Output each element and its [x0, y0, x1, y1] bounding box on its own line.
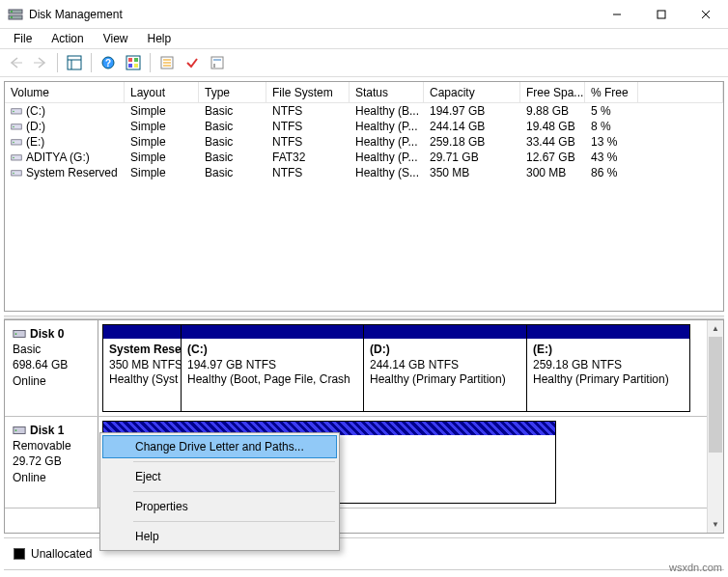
toolbar-separator [57, 53, 58, 72]
volume-row[interactable]: System ReservedSimpleBasicNTFSHealthy (S… [5, 165, 723, 180]
col-capacity[interactable]: Capacity [424, 82, 520, 102]
cell-free: 19.48 GB [520, 120, 585, 133]
back-button[interactable] [4, 51, 27, 74]
scroll-down-icon[interactable]: ▼ [708, 516, 723, 533]
partition-stripe [182, 325, 363, 339]
close-button[interactable] [684, 0, 728, 29]
watermark: wsxdn.com [669, 562, 722, 573]
cell-status: Healthy (P... [350, 135, 424, 149]
partition-body: (E:) 259.18 GB NTFS Healthy (Primary Par… [527, 339, 689, 392]
cell-free: 33.44 GB [520, 135, 585, 149]
partition[interactable]: System Rese 350 MB NTFS Healthy (Syst [102, 324, 182, 412]
col-freespace[interactable]: Free Spa... [520, 82, 585, 102]
partition-stripe [364, 325, 526, 339]
disk-label[interactable]: Disk 1 Removable 29.72 GB Online [5, 417, 98, 508]
cell-free: 12.67 GB [520, 151, 585, 164]
col-tail[interactable] [638, 82, 723, 102]
view-top-button[interactable] [63, 51, 86, 74]
svg-rect-19 [211, 57, 223, 69]
window-title: Disk Management [29, 8, 595, 21]
cell-filesystem: NTFS [266, 104, 350, 118]
col-type[interactable]: Type [199, 82, 266, 102]
partition-health: Healthy (Syst [109, 372, 175, 388]
cell-layout: Simple [125, 166, 199, 179]
app-icon [8, 7, 23, 22]
cell-type: Basic [199, 104, 266, 118]
cell-status: Healthy (P... [350, 151, 424, 164]
partition-size: 194.97 GB NTFS [187, 358, 357, 373]
cell-free: 9.88 GB [520, 104, 585, 118]
help-button[interactable]: ? [97, 51, 120, 74]
partition-health: Healthy (Primary Partition) [533, 372, 684, 388]
volume-name: (C:) [26, 104, 45, 118]
volume-list-pane: Volume Layout Type File System Status Ca… [4, 81, 724, 312]
cell-type: Basic [199, 151, 266, 164]
col-pctfree[interactable]: % Free [585, 82, 638, 102]
cell-capacity: 29.71 GB [424, 151, 520, 164]
svg-rect-5 [658, 11, 665, 18]
col-layout[interactable]: Layout [125, 82, 199, 102]
volume-row[interactable]: (E:)SimpleBasicNTFSHealthy (P...259.18 G… [5, 134, 723, 150]
svg-point-3 [11, 16, 13, 18]
volume-header-row: Volume Layout Type File System Status Ca… [5, 82, 723, 103]
svg-point-32 [13, 173, 14, 175]
volume-row[interactable]: (C:)SimpleBasicNTFSHealthy (B...194.97 G… [5, 103, 723, 119]
scroll-up-icon[interactable]: ▲ [708, 320, 723, 337]
cell-status: Healthy (P... [350, 120, 424, 133]
ctx-change-drive-letter[interactable]: Change Drive Letter and Paths... [102, 435, 337, 458]
partition[interactable]: (D:) 244.14 GB NTFS Healthy (Primary Par… [363, 324, 527, 412]
cell-pctfree: 8 % [585, 120, 638, 133]
ctx-properties[interactable]: Properties [102, 495, 337, 518]
forward-button[interactable] [29, 51, 52, 74]
volume-rows: (C:)SimpleBasicNTFSHealthy (B...194.97 G… [5, 103, 723, 180]
legend-unallocated-label: Unallocated [31, 547, 92, 561]
properties-button[interactable] [206, 51, 229, 74]
menu-action[interactable]: Action [43, 30, 91, 47]
action-check-button[interactable] [181, 51, 204, 74]
ctx-separator [133, 521, 335, 522]
partition[interactable]: (C:) 194.97 GB NTFS Healthy (Boot, Page … [181, 324, 364, 412]
menu-view[interactable]: View [96, 30, 136, 47]
action-list-button[interactable] [155, 51, 179, 74]
svg-point-28 [13, 142, 14, 144]
partition-body: (D:) 244.14 GB NTFS Healthy (Primary Par… [364, 339, 526, 392]
context-menu: Change Drive Letter and Paths... Eject P… [99, 432, 340, 551]
cell-volume: System Reserved [5, 166, 125, 179]
cell-volume: (E:) [5, 135, 125, 149]
menu-file[interactable]: File [6, 30, 40, 47]
volume-name: (D:) [26, 120, 45, 133]
minimize-button[interactable] [595, 0, 639, 29]
svg-point-24 [13, 111, 14, 113]
col-status[interactable]: Status [350, 82, 424, 102]
partition[interactable]: (E:) 259.18 GB NTFS Healthy (Primary Par… [526, 324, 690, 412]
cell-volume: (D:) [5, 120, 125, 133]
svg-text:?: ? [105, 58, 111, 69]
disk-type: Basic [13, 342, 90, 357]
settings-button[interactable] [122, 51, 145, 74]
col-filesystem[interactable]: File System [266, 82, 350, 102]
svg-point-2 [11, 11, 13, 13]
partition-size: 244.14 GB NTFS [370, 358, 520, 373]
volume-row[interactable]: ADITYA (G:)SimpleBasicFAT32Healthy (P...… [5, 150, 723, 165]
maximize-button[interactable] [639, 0, 684, 29]
cell-layout: Simple [125, 120, 199, 133]
partition-name: (D:) [370, 343, 520, 358]
cell-volume: ADITYA (G:) [5, 151, 125, 164]
ctx-help[interactable]: Help [102, 525, 337, 548]
cell-layout: Simple [125, 104, 199, 118]
cell-layout: Simple [125, 151, 199, 164]
ctx-eject[interactable]: Eject [102, 465, 337, 488]
svg-point-36 [15, 429, 17, 431]
toolbar-separator [150, 53, 151, 72]
scroll-thumb[interactable] [709, 337, 722, 453]
disk-label[interactable]: Disk 0 Basic 698.64 GB Online [5, 320, 98, 416]
cell-free: 300 MB [520, 166, 585, 179]
col-volume[interactable]: Volume [5, 82, 125, 102]
partition-name: System Rese [109, 343, 175, 358]
vertical-scrollbar[interactable]: ▲ ▼ [707, 320, 723, 533]
partition-health: Healthy (Primary Partition) [370, 372, 520, 388]
partition-stripe [527, 325, 689, 339]
volume-row[interactable]: (D:)SimpleBasicNTFSHealthy (P...244.14 G… [5, 119, 723, 134]
cell-pctfree: 5 % [585, 104, 638, 118]
menu-help[interactable]: Help [140, 30, 180, 47]
